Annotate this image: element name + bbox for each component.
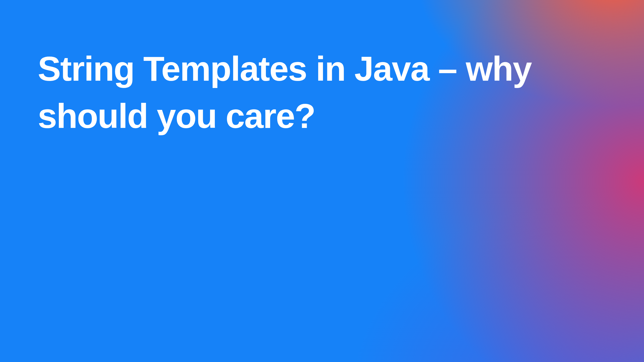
slide-container: String Templates in Java – why should yo… — [0, 0, 644, 362]
page-title: String Templates in Java – why should yo… — [38, 45, 566, 140]
